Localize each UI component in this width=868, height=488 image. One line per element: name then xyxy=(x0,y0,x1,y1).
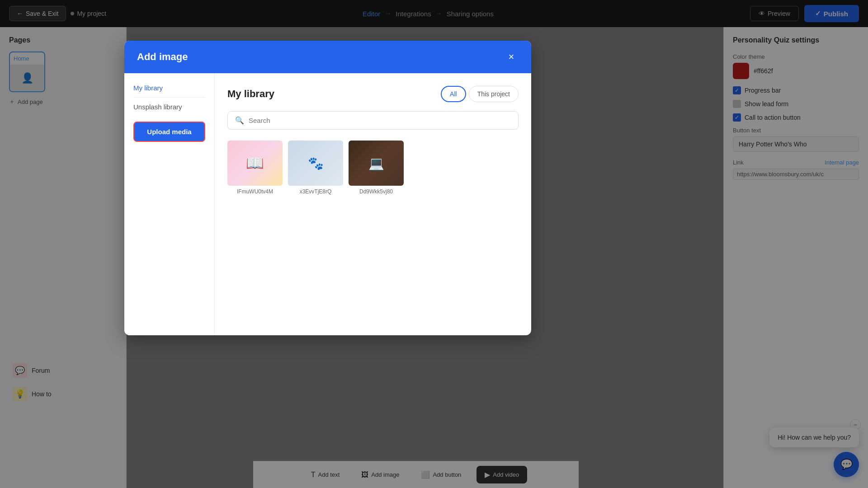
search-bar: 🔍 xyxy=(227,111,519,130)
unsplash-library-nav[interactable]: Unsplash library xyxy=(133,103,205,111)
modal-title: Add image xyxy=(137,51,188,63)
image-label-1: x3EvvTjE8rQ xyxy=(300,188,332,195)
image-label-2: Dd9Wkk5vj80 xyxy=(359,188,393,195)
image-label-0: IFmuWU0tv4M xyxy=(237,188,273,195)
upload-media-button[interactable]: Upload media xyxy=(133,122,205,142)
filter-all-button[interactable]: All xyxy=(441,86,466,102)
add-image-modal: Add image × My library Unsplash library … xyxy=(124,41,531,335)
modal-main: My library All This project 🔍 IFmuWU0tv4… xyxy=(215,73,531,335)
search-input[interactable] xyxy=(249,117,511,124)
filter-group: All This project xyxy=(441,86,519,102)
modal-close-button[interactable]: × xyxy=(504,50,519,64)
image-item-2: Dd9Wkk5vj80 xyxy=(349,141,404,195)
library-title: My library xyxy=(227,88,274,100)
modal-header: Add image × xyxy=(124,41,531,73)
image-thumb-2[interactable] xyxy=(349,141,404,186)
library-header: My library All This project xyxy=(227,86,519,102)
my-library-nav[interactable]: My library xyxy=(133,84,205,92)
search-icon: 🔍 xyxy=(235,116,244,125)
image-item-0: IFmuWU0tv4M xyxy=(227,141,283,195)
images-grid: IFmuWU0tv4M x3EvvTjE8rQ Dd9Wkk5vj80 xyxy=(227,141,519,195)
modal-sidebar: My library Unsplash library Upload media xyxy=(124,73,215,335)
image-thumb-1[interactable] xyxy=(288,141,343,186)
filter-this-project-button[interactable]: This project xyxy=(469,86,519,102)
modal-body: My library Unsplash library Upload media… xyxy=(124,73,531,335)
image-thumb-0[interactable] xyxy=(227,141,283,186)
image-item-1: x3EvvTjE8rQ xyxy=(288,141,343,195)
modal-divider xyxy=(133,97,205,98)
